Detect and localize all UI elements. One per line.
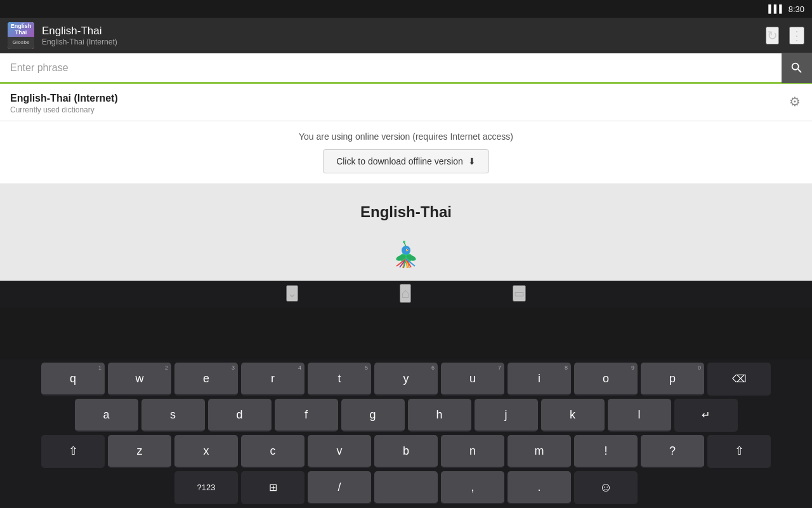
key-v[interactable]: v [308,435,371,468]
key-space[interactable] [374,471,438,504]
recents-button[interactable]: ▭ [513,285,526,302]
key-g[interactable]: g [341,399,405,432]
download-offline-button[interactable]: Click to download offline version ⬇ [323,149,489,173]
key-question[interactable]: ? [641,435,704,468]
key-period[interactable]: . [508,471,571,504]
key-sym[interactable]: ?123 [174,471,238,504]
dictionary-header: English-Thai (Internet) Currently used d… [0,84,812,121]
key-shift-left[interactable]: ⇧ [41,435,105,468]
key-shift-right[interactable]: ⇧ [707,435,771,468]
keyboard: 1q 2w 3e 4r 5t 6y 7u 8i 9o 0p ⌫ a s d f … [0,359,812,508]
app-bar-actions: ↻ ⋮ [766,27,804,44]
keyboard-row-3: ⇧ z x c v b n m ! ? ⇧ [0,432,812,468]
keyboard-row-2: a s d f g h j k l ↵ [0,396,812,432]
settings-button[interactable]: ⚙ [788,93,802,110]
key-enter[interactable]: ↵ [674,399,738,432]
key-l[interactable]: l [608,399,671,432]
key-f[interactable]: f [275,399,338,432]
key-comma[interactable]: , [441,471,504,504]
key-z[interactable]: z [108,435,171,468]
key-i[interactable]: 8i [508,363,571,396]
key-backspace[interactable]: ⌫ [707,363,771,396]
search-icon [790,61,804,75]
key-p[interactable]: 0p [641,363,704,396]
key-y[interactable]: 6y [374,363,438,396]
app-subtitle: English-Thai (Internet) [42,37,758,46]
key-x[interactable]: x [174,435,238,468]
main-content: English-Thai (Internet) Currently used d… [0,84,812,184]
refresh-button[interactable]: ↻ [766,27,779,44]
key-t[interactable]: 5t [308,363,371,396]
online-section: You are using online version (requires I… [0,121,812,184]
app-title: English-Thai [42,25,758,37]
app-bar: EnglishThai Glosbe English-Thai English-… [0,18,812,53]
status-time: 8:30 [789,4,804,14]
key-k[interactable]: k [541,399,605,432]
key-j[interactable]: j [475,399,538,432]
app-icon-bottom: Glosbe [8,37,34,49]
keyboard-row-4: ?123 ⊞ / , . ☺ [0,468,812,508]
back-button[interactable]: ⌄ [286,285,298,302]
key-a[interactable]: a [75,399,138,432]
key-o[interactable]: 9o [574,363,638,396]
key-w[interactable]: 2w [108,363,171,396]
dict-title: English-Thai [10,203,802,221]
dictionary-info: English-Thai (Internet) Currently used d… [10,93,118,114]
key-b[interactable]: b [374,435,438,468]
status-bar: ▌▌▌ 8:30 [0,0,812,18]
keyboard-row-1: 1q 2w 3e 4r 5t 6y 7u 8i 9o 0p ⌫ [0,359,812,396]
key-u[interactable]: 7u [441,363,504,396]
menu-button[interactable]: ⋮ [789,27,804,44]
search-button[interactable] [782,53,812,83]
key-n[interactable]: n [441,435,504,468]
svg-point-4 [407,249,408,250]
dictionary-name: English-Thai (Internet) [10,93,118,104]
bird-illustration [381,231,431,274]
online-notice: You are using online version (requires I… [10,131,802,142]
dictionary-description: Currently used dictionary [10,105,118,114]
app-title-block: English-Thai English-Thai (Internet) [42,25,758,47]
key-e[interactable]: 3e [174,363,238,396]
dict-title-area: English-Thai [0,184,812,281]
bottom-nav: ⌄ ⌂ ▭ [0,281,812,307]
key-c[interactable]: c [241,435,304,468]
key-q[interactable]: 1q [41,363,105,396]
app-icon-top: EnglishThai [8,22,34,37]
key-exclamation[interactable]: ! [574,435,638,468]
search-bar [0,53,812,84]
key-slash[interactable]: / [308,471,371,504]
svg-point-12 [403,241,405,243]
download-button-label: Click to download offline version [336,156,463,166]
key-settings-toggle[interactable]: ⊞ [241,471,304,504]
app-icon: EnglishThai Glosbe [8,22,34,49]
signal-icon: ▌▌▌ [768,4,785,13]
home-button[interactable]: ⌂ [400,284,410,303]
key-r[interactable]: 4r [241,363,304,396]
key-m[interactable]: m [508,435,571,468]
search-input[interactable] [0,53,782,82]
key-h[interactable]: h [408,399,471,432]
key-s[interactable]: s [141,399,205,432]
download-icon: ⬇ [468,156,476,166]
key-d[interactable]: d [208,399,272,432]
key-emoji[interactable]: ☺ [574,471,638,504]
